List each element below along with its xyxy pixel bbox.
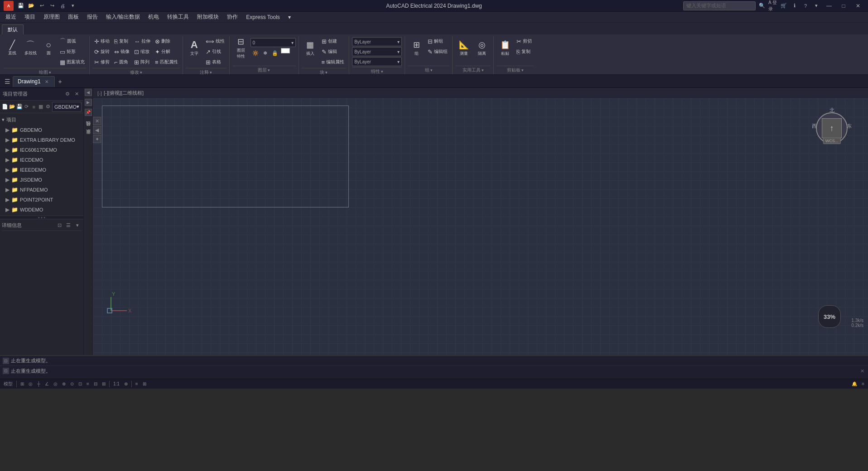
- copy-btn[interactable]: ⎘复制: [112, 36, 131, 46]
- qa-more-btn[interactable]: ▾: [68, 1, 77, 10]
- measure-btn[interactable]: 📐 测量: [455, 36, 473, 60]
- layer-freeze-btn[interactable]: ❄: [261, 48, 269, 58]
- edit-block-btn[interactable]: ✎编辑: [320, 47, 347, 57]
- layer-color-box[interactable]: [281, 48, 290, 53]
- user-login[interactable]: A 登录: [768, 1, 777, 10]
- table-btn[interactable]: ⊞表格: [204, 57, 227, 67]
- tab-close-drawing1[interactable]: ✕: [43, 78, 50, 85]
- lineweight-selector[interactable]: ByLayer ▾: [352, 57, 402, 66]
- circle-btn[interactable]: ○ 圆: [40, 36, 57, 60]
- array-btn[interactable]: ⊞阵列: [132, 57, 152, 67]
- status-grid-btn[interactable]: ⊞: [19, 380, 26, 388]
- text-btn[interactable]: A 文字: [186, 36, 203, 60]
- line-btn[interactable]: ╱ 直线: [4, 36, 21, 60]
- arc-btn[interactable]: ⌒圆弧: [58, 36, 87, 46]
- status-annotation-scale[interactable]: ≡: [134, 380, 140, 388]
- status-ortho-btn[interactable]: ┼: [35, 380, 42, 388]
- rotate-btn[interactable]: ⟳旋转: [92, 47, 111, 57]
- drawing-canvas[interactable]: ✕ ◀ ✦ ↑ 北 南 东 西 WCS...: [93, 99, 868, 355]
- new-project-icon[interactable]: 📄: [2, 102, 8, 111]
- vert-label-2[interactable]: 家族器: [84, 134, 92, 141]
- menu-panel[interactable]: 面板: [64, 12, 82, 22]
- menu-more[interactable]: ▾: [285, 12, 294, 22]
- project-dropdown[interactable]: GBDEMO ▾: [52, 102, 82, 112]
- status-snap-btn[interactable]: ◎: [27, 380, 34, 388]
- canvas-left-btn3[interactable]: ✦: [93, 135, 101, 143]
- menu-mech[interactable]: 机电: [145, 12, 163, 22]
- project-props-icon[interactable]: ≡: [31, 102, 37, 111]
- panel-divider[interactable]: • • •: [0, 216, 83, 219]
- explode-btn[interactable]: ✦分解: [153, 47, 180, 57]
- search-box[interactable]: 键入关键字或短语: [683, 1, 756, 10]
- tree-item-iec60617[interactable]: ▶ 📁 IEC60617DEMO: [0, 145, 83, 155]
- status-model-btn[interactable]: 模型: [2, 380, 14, 388]
- canvas-left-btn2[interactable]: ◀: [93, 126, 101, 134]
- menu-collab[interactable]: 协作: [223, 12, 241, 22]
- paste-btn[interactable]: 📋 粘贴: [497, 36, 514, 60]
- rect-btn[interactable]: ▭矩形: [58, 47, 87, 57]
- tree-item-nfpademo[interactable]: ▶ 📁 NFPADEMO: [0, 185, 83, 195]
- erase-btn[interactable]: ⊗删除: [153, 36, 180, 46]
- detail-close-icon[interactable]: ▾: [73, 221, 82, 230]
- minimize-btn[interactable]: —: [823, 1, 835, 10]
- trim-btn[interactable]: ✂修剪: [92, 57, 111, 67]
- menu-express[interactable]: Express Tools: [242, 12, 283, 22]
- group-group-expand[interactable]: ▾: [430, 68, 433, 72]
- block-attr-btn[interactable]: ≡编辑属性: [320, 57, 347, 67]
- search-icon[interactable]: 🔍: [757, 1, 767, 10]
- cmd-icon-1[interactable]: ⊡: [3, 358, 9, 364]
- menu-schematic[interactable]: 原理图: [40, 12, 63, 22]
- status-trans-btn[interactable]: ⊟: [92, 380, 99, 388]
- group-btn[interactable]: ⊞ 组: [408, 36, 425, 60]
- print-btn[interactable]: 🖨: [58, 1, 67, 10]
- status-customization-btn[interactable]: ≡: [860, 380, 866, 388]
- status-1to1-btn[interactable]: 1:1: [111, 380, 121, 388]
- tree-item-jisdemo[interactable]: ▶ 📁 JISDEMO: [0, 175, 83, 185]
- cart-icon[interactable]: 🛒: [779, 1, 788, 10]
- menu-addons[interactable]: 附加模块: [193, 12, 222, 22]
- open-btn[interactable]: 📂: [27, 1, 36, 10]
- canvas-menu-btn[interactable]: [-]: [96, 89, 104, 97]
- compass-center[interactable]: ↑: [822, 118, 842, 138]
- menu-convert[interactable]: 转换工具: [164, 12, 193, 22]
- status-notify-btn[interactable]: 🔔: [850, 380, 859, 388]
- hamburger-btn[interactable]: ☰: [2, 76, 13, 87]
- dim-btn[interactable]: ⟺线性: [204, 36, 227, 46]
- status-osnap-btn[interactable]: ◎: [52, 380, 59, 388]
- ungroup-btn[interactable]: ⊟解组: [426, 36, 449, 46]
- cmd-close-btn[interactable]: ✕: [859, 368, 865, 374]
- open-project-icon[interactable]: 📂: [9, 102, 15, 111]
- close-btn[interactable]: ✕: [852, 1, 864, 10]
- help-dropdown[interactable]: ▾: [812, 1, 821, 10]
- group-edit-btn[interactable]: ✎编辑组: [426, 47, 449, 57]
- leader-btn[interactable]: ↗引线: [204, 47, 227, 57]
- project-settings-icon[interactable]: ⚙: [45, 102, 51, 111]
- save-project-icon[interactable]: 💾: [16, 102, 23, 111]
- panel-collapse-btn[interactable]: ◀: [85, 89, 92, 96]
- color-selector[interactable]: ByLayer ▾: [352, 37, 402, 46]
- group-clipboard-expand[interactable]: ▾: [521, 68, 524, 72]
- info-icon[interactable]: ℹ: [790, 1, 799, 10]
- menu-report[interactable]: 报告: [83, 12, 101, 22]
- group-draw-expand[interactable]: ▾: [49, 70, 51, 75]
- menu-recent[interactable]: 最近: [2, 12, 20, 22]
- tree-section-header[interactable]: ▾ 项目: [0, 114, 83, 125]
- move-btn[interactable]: ✛移动: [92, 36, 111, 46]
- insert-btn[interactable]: ▦ 插入: [302, 36, 319, 60]
- group-annotation-expand[interactable]: ▾: [210, 70, 212, 75]
- group-layer-expand[interactable]: ▾: [268, 68, 270, 72]
- drawing-tab-drawing1[interactable]: Drawing1 ✕: [13, 76, 55, 87]
- mirror-btn[interactable]: ⇔镜像: [112, 47, 131, 57]
- tree-item-wddemo[interactable]: ▶ 📁 WDDEMO: [0, 205, 83, 215]
- status-polar-btn[interactable]: ∠: [43, 380, 51, 388]
- save-btn[interactable]: 💾: [16, 1, 25, 10]
- compass-wcs[interactable]: WCS...: [823, 138, 841, 144]
- undo-btn[interactable]: ↩: [37, 1, 46, 10]
- panel-settings-icon[interactable]: ⚙: [63, 90, 72, 98]
- layer-off-btn[interactable]: 🔆: [251, 48, 260, 58]
- tree-item-extralibrary[interactable]: ▶ 📁 EXTRA LIBRARY DEMO: [0, 135, 83, 145]
- matchprop-btn[interactable]: ≡匹配属性: [153, 57, 180, 67]
- redo-btn[interactable]: ↪: [48, 1, 57, 10]
- status-lw-btn[interactable]: ≡: [85, 380, 91, 388]
- hatch-btn[interactable]: ▦图案填充: [58, 57, 87, 67]
